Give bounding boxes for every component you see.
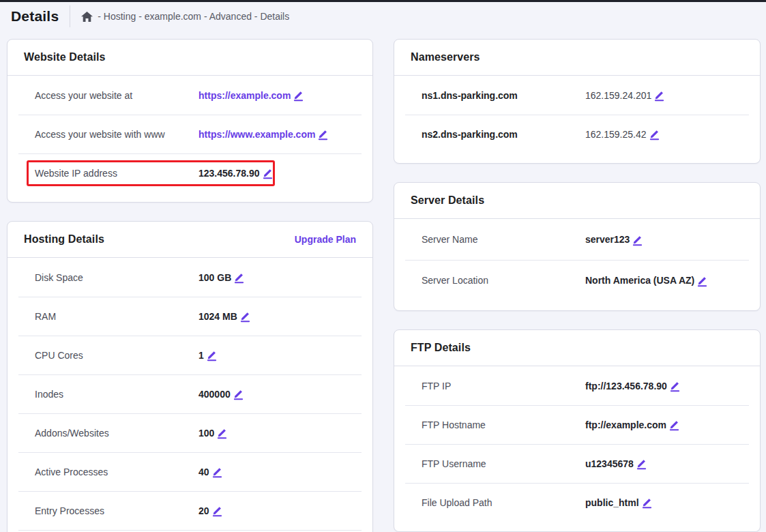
card-body: Access your website at https://example.c… bbox=[8, 76, 372, 202]
edit-icon[interactable] bbox=[211, 504, 224, 517]
detail-row: CPU Cores 1 bbox=[8, 336, 372, 374]
edit-icon[interactable] bbox=[216, 426, 229, 439]
breadcrumb-item[interactable]: Hosting bbox=[104, 11, 136, 22]
row-value: 1024 MB bbox=[198, 311, 237, 322]
detail-row: Inodes 400000 bbox=[8, 374, 372, 413]
row-value-link[interactable]: https://www.example.com bbox=[198, 129, 315, 140]
upgrade-plan-link[interactable]: Upgrade Plan bbox=[295, 234, 356, 245]
row-label: Inodes bbox=[35, 389, 198, 400]
row-value: 20 bbox=[198, 505, 209, 516]
card-title: Hosting Details bbox=[24, 233, 104, 246]
card-header: Nameservers bbox=[394, 40, 760, 76]
row-label: Addons/Websites bbox=[35, 428, 198, 439]
breadcrumb-item[interactable]: Advanced bbox=[209, 11, 252, 22]
right-column: Nameservers ns1.dns-parking.com 162.159.… bbox=[394, 39, 761, 532]
detail-row: Entry Processes 20 bbox=[8, 491, 372, 530]
card-header: Hosting Details Upgrade Plan bbox=[8, 222, 372, 258]
breadcrumb-separator: - bbox=[201, 11, 209, 22]
breadcrumb-item[interactable]: example.com bbox=[145, 11, 201, 22]
row-label: Server Location bbox=[422, 275, 585, 286]
edit-icon[interactable] bbox=[668, 418, 681, 431]
row-label: CPU Cores bbox=[35, 350, 198, 361]
card-body: FTP IP ftp://123.456.78.90 FTP Hostname … bbox=[394, 366, 760, 531]
server-details-card: Server Details Server Name server123 Ser… bbox=[394, 182, 761, 311]
breadcrumb: - Hosting - example.com - Advanced - Det… bbox=[81, 11, 289, 22]
nameservers-card: Nameservers ns1.dns-parking.com 162.159.… bbox=[394, 39, 761, 164]
detail-row: Website IP address 123.456.78.90 bbox=[8, 153, 372, 192]
edit-icon[interactable] bbox=[239, 310, 252, 323]
row-label: FTP IP bbox=[422, 381, 585, 391]
row-value: u12345678 bbox=[585, 458, 634, 469]
row-value: ftp://123.456.78.90 bbox=[585, 381, 667, 391]
row-value: ftp://example.com bbox=[585, 419, 666, 430]
edit-icon[interactable] bbox=[631, 233, 644, 246]
page-header: Details - Hosting - example.com - Advanc… bbox=[0, 2, 766, 31]
row-value: 162.159.25.42 bbox=[585, 129, 647, 140]
edit-icon[interactable] bbox=[696, 274, 709, 287]
edit-icon[interactable] bbox=[232, 387, 245, 400]
detail-row: Access your website at https://example.c… bbox=[8, 76, 372, 115]
edit-icon[interactable] bbox=[205, 349, 218, 361]
breadcrumb-items: - Hosting - example.com - Advanced - Det… bbox=[98, 11, 289, 22]
card-body: Server Name server123 Server Location No… bbox=[394, 219, 760, 310]
hosting-details-card: Hosting Details Upgrade Plan Disk Space … bbox=[7, 221, 373, 532]
row-value: 100 GB bbox=[198, 272, 231, 283]
edit-icon[interactable] bbox=[211, 465, 224, 478]
home-icon[interactable] bbox=[81, 12, 93, 22]
row-value: 1 bbox=[198, 350, 204, 361]
left-column: Website Details Access your website at h… bbox=[7, 39, 373, 532]
row-value: server123 bbox=[585, 234, 630, 245]
detail-row: Access your website with www https://www… bbox=[8, 115, 372, 153]
row-value: 100 bbox=[198, 428, 214, 439]
row-label: Access your website at bbox=[35, 90, 198, 101]
edit-icon[interactable] bbox=[316, 128, 329, 141]
breadcrumb-item[interactable]: Details bbox=[260, 11, 289, 22]
detail-row: ns2.dns-parking.com 162.159.25.42 bbox=[394, 115, 760, 153]
row-label: FTP Username bbox=[422, 458, 585, 469]
edit-icon[interactable] bbox=[668, 379, 681, 392]
row-label: Website IP address bbox=[35, 168, 198, 179]
breadcrumb-separator: - bbox=[98, 11, 104, 22]
card-title: Website Details bbox=[24, 51, 105, 63]
ftp-details-card: FTP Details FTP IP ftp://123.456.78.90 F… bbox=[394, 329, 761, 532]
row-value-link[interactable]: https://example.com bbox=[198, 90, 291, 101]
row-label: ns1.dns-parking.com bbox=[422, 90, 585, 101]
row-value: 40 bbox=[198, 467, 209, 477]
breadcrumb-separator: - bbox=[136, 11, 144, 22]
website-details-card: Website Details Access your website at h… bbox=[7, 39, 373, 203]
row-value: 400000 bbox=[198, 389, 231, 400]
detail-row: File Upload Path public_html bbox=[394, 483, 760, 522]
row-label: ns2.dns-parking.com bbox=[422, 129, 585, 140]
breadcrumb-separator: - bbox=[252, 11, 260, 22]
row-value: 123.456.78.90 bbox=[198, 168, 260, 179]
detail-row: Server Name server123 bbox=[394, 219, 760, 260]
detail-row: ns1.dns-parking.com 162.159.24.201 bbox=[394, 76, 760, 115]
card-body: ns1.dns-parking.com 162.159.24.201 ns2.d… bbox=[394, 76, 760, 163]
card-title: Nameservers bbox=[411, 51, 480, 63]
row-value: North America (USA AZ) bbox=[585, 275, 694, 286]
detail-row: Addons/Websites 100 bbox=[8, 413, 372, 452]
row-label: File Upload Path bbox=[422, 497, 585, 508]
detail-row: Server Location North America (USA AZ) bbox=[394, 260, 760, 301]
row-value: 162.159.24.201 bbox=[585, 90, 651, 101]
edit-icon[interactable] bbox=[261, 166, 274, 179]
card-body: Disk Space 100 GB RAM 1024 MB CPU Cores … bbox=[8, 258, 372, 532]
detail-row: Disk Space 100 GB bbox=[8, 258, 372, 297]
edit-icon[interactable] bbox=[640, 496, 653, 509]
row-label: Server Name bbox=[422, 234, 585, 245]
page-title: Details bbox=[5, 8, 70, 25]
row-label: Entry Processes bbox=[35, 505, 198, 516]
header-divider bbox=[70, 5, 70, 27]
edit-icon[interactable] bbox=[635, 457, 648, 470]
card-header: Server Details bbox=[394, 183, 760, 219]
card-title: FTP Details bbox=[411, 342, 471, 354]
detail-row: FTP IP ftp://123.456.78.90 bbox=[394, 366, 760, 405]
edit-icon[interactable] bbox=[292, 89, 305, 102]
row-label: FTP Hostname bbox=[422, 419, 585, 430]
edit-icon[interactable] bbox=[653, 89, 666, 102]
card-header: Website Details bbox=[8, 40, 372, 76]
detail-row: FTP Username u12345678 bbox=[394, 444, 760, 483]
edit-icon[interactable] bbox=[233, 271, 246, 284]
edit-icon[interactable] bbox=[648, 128, 661, 141]
row-label: RAM bbox=[35, 311, 198, 322]
